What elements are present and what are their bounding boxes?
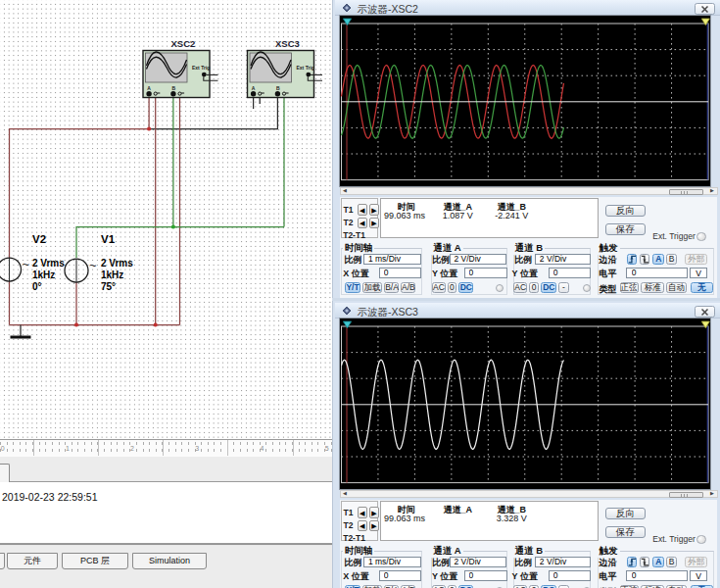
chb-y-position-field[interactable]	[549, 268, 590, 278]
cursor2-left-button[interactable]: ◀	[358, 218, 368, 228]
scroll-right-icon[interactable]: ▶	[708, 188, 717, 194]
cha-scale-field[interactable]	[450, 254, 507, 265]
timebase-scale-field[interactable]	[363, 254, 421, 265]
chb-dc-button[interactable]: DC	[541, 282, 556, 293]
trigger-level-field[interactable]	[626, 570, 688, 581]
close-button[interactable]	[695, 3, 715, 15]
x-position-field[interactable]	[379, 268, 421, 278]
oscilloscope-window-xsc3: 示波器-XSC3 ◀ ▶ T1 T2 T2-T1 ◀ ▶ ◀ ▶ 时间 通道_A	[332, 301, 720, 588]
svg-text:B: B	[171, 85, 175, 91]
trigger-b-button[interactable]: B	[666, 557, 677, 567]
x-position-field[interactable]	[379, 570, 421, 581]
schematic-canvas[interactable]: ~V22 Vrms1kHz0°~V12 Vrms1kHz75°Ext TrigA…	[0, 0, 333, 439]
trigger-single-button[interactable]: 正弦	[620, 282, 639, 293]
rising-edge-button[interactable]	[627, 254, 637, 265]
cha-y-position-field[interactable]	[464, 268, 507, 278]
ruler-separator	[227, 440, 228, 456]
save-button[interactable]: 保存	[605, 223, 646, 236]
svg-text:A: A	[252, 85, 256, 91]
chb-scale-field[interactable]	[535, 557, 590, 567]
tab-simulation[interactable]: Simulation	[132, 553, 207, 569]
scope-scrollbar[interactable]: ◀ ▶	[340, 187, 718, 195]
cha-y-position-label: Y 位置	[432, 570, 457, 583]
chb-zero-button[interactable]: 0	[529, 282, 540, 293]
wire-junction	[147, 126, 151, 130]
titlebar[interactable]: 示波器-XSC3	[335, 303, 720, 318]
yt-mode-button[interactable]: Y/T	[345, 282, 360, 293]
scroll-right-icon[interactable]: ▶	[708, 491, 717, 497]
cursor-diff-label: T2-T1	[343, 230, 365, 240]
readout-box: 时间 通道_A 通道_B 99.063 ms 3.328 V	[380, 501, 599, 541]
spreadsheet-view: 2019-02-23 22:59:51	[0, 482, 333, 544]
close-button[interactable]	[695, 306, 715, 318]
scope-scrollbar[interactable]: ◀ ▶	[340, 490, 718, 498]
source-value: 2 Vrms	[32, 258, 65, 269]
ba-mode-button[interactable]: B/A	[384, 282, 399, 293]
falling-edge-button[interactable]	[640, 254, 649, 265]
ab-mode-button[interactable]: A/B	[401, 282, 415, 293]
trigger-ext-button[interactable]: 外部	[685, 557, 707, 567]
svg-text:~: ~	[89, 258, 97, 272]
timebase-scale-field[interactable]	[363, 557, 421, 567]
trigger-a-button[interactable]: A	[652, 557, 664, 567]
chb-minus-button[interactable]: -	[558, 282, 569, 293]
cursor1-left-button[interactable]: ◀	[358, 204, 368, 215]
save-button[interactable]: 保存	[605, 526, 646, 539]
trigger-b-button[interactable]: B	[666, 254, 677, 265]
add-mode-button[interactable]: 加载	[362, 282, 382, 293]
trigger-ext-button[interactable]: 外部	[685, 254, 707, 265]
sheet-tab[interactable]	[0, 464, 10, 482]
trigger-level-field[interactable]	[626, 268, 688, 278]
cursor2-label: T2	[344, 520, 354, 530]
tab-components[interactable]: 元件	[7, 553, 58, 569]
x-position-label: X 位置	[343, 570, 369, 583]
rising-edge-button[interactable]	[627, 557, 637, 567]
cursor2-left-button[interactable]: ◀	[358, 520, 368, 531]
cha-scale-field[interactable]	[450, 557, 507, 567]
trigger-a-button[interactable]: A	[652, 254, 664, 265]
falling-edge-button[interactable]	[640, 557, 649, 567]
chb-ac-button[interactable]: AC	[513, 282, 527, 293]
source-value: 75°	[101, 281, 116, 292]
tab-stub[interactable]	[0, 553, 5, 569]
cursor-diff-label: T2-T1	[343, 533, 365, 543]
scroll-left-icon[interactable]: ◀	[341, 491, 350, 497]
trigger-level-unit[interactable]: V	[690, 570, 707, 581]
window-title: 示波器-XSC3	[358, 305, 418, 318]
invert-button[interactable]: 反向	[605, 205, 646, 218]
cursor1-left-button[interactable]: ◀	[358, 507, 368, 517]
cha-dc-button[interactable]: DC	[458, 282, 473, 293]
scroll-thumb[interactable]	[669, 492, 703, 499]
instrument-label: XSC3	[275, 38, 300, 49]
wire[interactable]	[149, 96, 277, 129]
source-value: 1kHz	[32, 270, 55, 280]
trigger-level-unit[interactable]: V	[690, 268, 707, 278]
scroll-thumb[interactable]	[669, 189, 703, 196]
tab-pcb-layers[interactable]: PCB 层	[62, 553, 128, 569]
ext-trigger-label: Ext. Trigger	[652, 534, 695, 544]
instrument-label: XSC2	[171, 38, 196, 49]
trigger-auto-button[interactable]: 自动	[666, 282, 687, 293]
scope-graticule	[340, 16, 710, 186]
chb-scale-field[interactable]	[535, 254, 590, 265]
wire[interactable]	[10, 129, 150, 259]
trigger-edge-label: 边沿	[600, 254, 617, 267]
ruler-separator	[98, 440, 99, 456]
ac-source-v2[interactable]	[0, 258, 22, 281]
scroll-left-icon[interactable]: ◀	[341, 188, 350, 194]
cha-ac-button[interactable]: AC	[432, 282, 446, 293]
falling-edge-icon	[641, 558, 649, 566]
invert-button[interactable]: 反向	[605, 508, 646, 520]
ext-trigger-led	[696, 232, 706, 242]
wire-junction	[171, 224, 175, 228]
trigger-none-button[interactable]: 无	[691, 282, 713, 293]
cursor1-flag-icon[interactable]	[343, 321, 351, 328]
trigger-normal-button[interactable]: 标准	[641, 282, 664, 293]
chb-y-position-field[interactable]	[549, 570, 590, 581]
cursor1-flag-icon[interactable]	[343, 19, 351, 25]
cha-y-position-field[interactable]	[464, 570, 507, 581]
scope-display	[340, 16, 710, 186]
close-icon	[701, 309, 708, 316]
cha-zero-button[interactable]: 0	[448, 282, 456, 293]
titlebar[interactable]: 示波器-XSC2	[335, 0, 720, 16]
